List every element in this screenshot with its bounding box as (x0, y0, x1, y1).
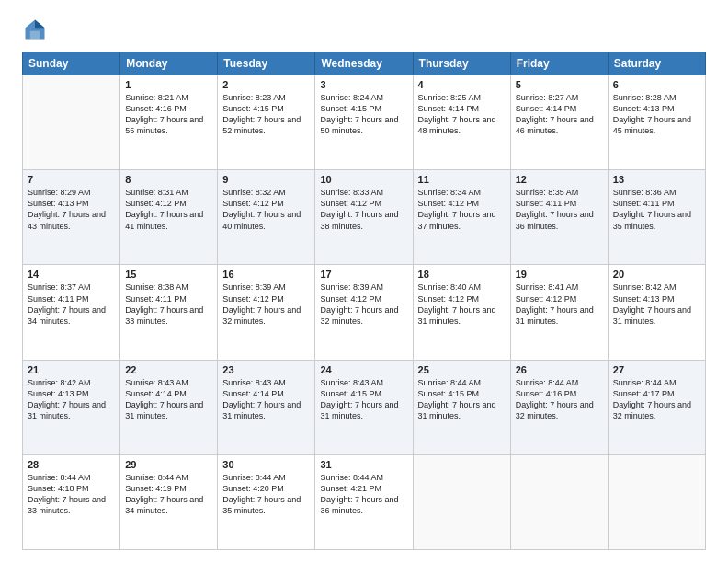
day-number: 14 (28, 269, 115, 280)
sunrise-time: Sunrise: 8:40 AM (418, 282, 482, 292)
daylight-hours: Daylight: 7 hours and 46 minutes. (516, 115, 594, 135)
cell-info: Sunrise: 8:44 AM Sunset: 4:21 PM Dayligh… (320, 472, 407, 517)
day-number: 7 (28, 174, 115, 185)
cell-info: Sunrise: 8:25 AM Sunset: 4:14 PM Dayligh… (418, 92, 506, 137)
cell-info: Sunrise: 8:44 AM Sunset: 4:15 PM Dayligh… (418, 377, 506, 422)
sunset-time: Sunset: 4:11 PM (125, 294, 187, 304)
weekday-header-wednesday: Wednesday (315, 52, 413, 75)
day-number: 31 (320, 459, 407, 470)
week-row-0: 1 Sunrise: 8:21 AM Sunset: 4:16 PM Dayli… (23, 75, 706, 170)
calendar-cell: 25 Sunrise: 8:44 AM Sunset: 4:15 PM Dayl… (413, 360, 510, 454)
weekday-header-row: SundayMondayTuesdayWednesdayThursdayFrid… (23, 52, 706, 75)
day-number: 19 (516, 269, 603, 280)
sunrise-time: Sunrise: 8:27 AM (516, 93, 579, 102)
sunrise-time: Sunrise: 8:44 AM (613, 378, 677, 387)
svg-rect-2 (30, 31, 40, 40)
daylight-hours: Daylight: 7 hours and 31 minutes. (125, 400, 203, 420)
cell-info: Sunrise: 8:32 AM Sunset: 4:12 PM Dayligh… (222, 187, 310, 232)
day-number: 5 (516, 79, 603, 90)
sunrise-time: Sunrise: 8:34 AM (418, 188, 482, 197)
cell-info: Sunrise: 8:44 AM Sunset: 4:18 PM Dayligh… (28, 472, 115, 517)
calendar-cell: 18 Sunrise: 8:40 AM Sunset: 4:12 PM Dayl… (413, 265, 510, 360)
sunrise-time: Sunrise: 8:42 AM (613, 282, 677, 292)
day-number: 23 (222, 364, 310, 375)
daylight-hours: Daylight: 7 hours and 31 minutes. (516, 305, 594, 326)
day-number: 17 (320, 269, 407, 280)
cell-info: Sunrise: 8:39 AM Sunset: 4:12 PM Dayligh… (222, 282, 310, 327)
sunrise-time: Sunrise: 8:29 AM (28, 188, 91, 197)
calendar-cell: 1 Sunrise: 8:21 AM Sunset: 4:16 PM Dayli… (120, 75, 218, 170)
day-number: 16 (222, 269, 310, 280)
sunset-time: Sunset: 4:14 PM (516, 104, 577, 113)
calendar-cell: 12 Sunrise: 8:35 AM Sunset: 4:11 PM Dayl… (510, 170, 608, 265)
daylight-hours: Daylight: 7 hours and 40 minutes. (222, 210, 301, 230)
sunrise-time: Sunrise: 8:44 AM (418, 378, 482, 387)
daylight-hours: Daylight: 7 hours and 31 minutes. (28, 400, 106, 420)
cell-info: Sunrise: 8:43 AM Sunset: 4:14 PM Dayligh… (125, 377, 212, 422)
sunset-time: Sunset: 4:14 PM (418, 104, 480, 113)
daylight-hours: Daylight: 7 hours and 32 minutes. (222, 305, 301, 326)
cell-info: Sunrise: 8:33 AM Sunset: 4:12 PM Dayligh… (320, 187, 407, 232)
sunrise-time: Sunrise: 8:33 AM (320, 188, 383, 197)
calendar-cell: 7 Sunrise: 8:29 AM Sunset: 4:13 PM Dayli… (23, 170, 120, 265)
cell-info: Sunrise: 8:43 AM Sunset: 4:15 PM Dayligh… (320, 377, 407, 422)
calendar-cell: 9 Sunrise: 8:32 AM Sunset: 4:12 PM Dayli… (218, 170, 315, 265)
svg-marker-1 (35, 20, 45, 29)
daylight-hours: Daylight: 7 hours and 48 minutes. (418, 115, 496, 135)
daylight-hours: Daylight: 7 hours and 55 minutes. (125, 115, 203, 135)
day-number: 4 (418, 79, 506, 90)
weekday-header-sunday: Sunday (23, 52, 120, 75)
cell-info: Sunrise: 8:35 AM Sunset: 4:11 PM Dayligh… (516, 187, 603, 232)
calendar-cell: 17 Sunrise: 8:39 AM Sunset: 4:12 PM Dayl… (315, 265, 413, 360)
daylight-hours: Daylight: 7 hours and 31 minutes. (222, 400, 301, 420)
sunset-time: Sunset: 4:16 PM (516, 389, 577, 398)
daylight-hours: Daylight: 7 hours and 32 minutes. (516, 400, 594, 420)
daylight-hours: Daylight: 7 hours and 31 minutes. (320, 400, 398, 420)
daylight-hours: Daylight: 7 hours and 52 minutes. (222, 115, 301, 135)
day-number: 26 (516, 364, 603, 375)
calendar-cell: 11 Sunrise: 8:34 AM Sunset: 4:12 PM Dayl… (413, 170, 510, 265)
sunset-time: Sunset: 4:16 PM (125, 104, 187, 113)
sunset-time: Sunset: 4:21 PM (320, 484, 381, 493)
logo (22, 17, 50, 42)
cell-info: Sunrise: 8:44 AM Sunset: 4:17 PM Dayligh… (613, 377, 700, 422)
day-number: 27 (613, 364, 700, 375)
calendar-cell: 15 Sunrise: 8:38 AM Sunset: 4:11 PM Dayl… (120, 265, 218, 360)
page: SundayMondayTuesdayWednesdayThursdayFrid… (0, 0, 728, 563)
cell-info: Sunrise: 8:24 AM Sunset: 4:15 PM Dayligh… (320, 92, 407, 137)
day-number: 15 (125, 269, 212, 280)
sunrise-time: Sunrise: 8:44 AM (222, 473, 286, 482)
sunset-time: Sunset: 4:12 PM (516, 294, 577, 304)
weekday-header-tuesday: Tuesday (218, 52, 315, 75)
calendar-cell: 27 Sunrise: 8:44 AM Sunset: 4:17 PM Dayl… (608, 360, 705, 454)
calendar-cell: 16 Sunrise: 8:39 AM Sunset: 4:12 PM Dayl… (218, 265, 315, 360)
day-number: 3 (320, 79, 407, 90)
sunset-time: Sunset: 4:15 PM (320, 104, 381, 113)
day-number: 10 (320, 174, 407, 185)
cell-info: Sunrise: 8:28 AM Sunset: 4:13 PM Dayligh… (613, 92, 700, 137)
sunrise-time: Sunrise: 8:44 AM (125, 473, 188, 482)
calendar-cell: 31 Sunrise: 8:44 AM Sunset: 4:21 PM Dayl… (315, 454, 413, 549)
sunrise-time: Sunrise: 8:42 AM (28, 378, 91, 387)
daylight-hours: Daylight: 7 hours and 36 minutes. (320, 495, 398, 515)
calendar-table: SundayMondayTuesdayWednesdayThursdayFrid… (22, 52, 706, 550)
calendar-cell: 19 Sunrise: 8:41 AM Sunset: 4:12 PM Dayl… (510, 265, 608, 360)
sunset-time: Sunset: 4:13 PM (28, 389, 89, 398)
cell-info: Sunrise: 8:40 AM Sunset: 4:12 PM Dayligh… (418, 282, 506, 327)
sunset-time: Sunset: 4:14 PM (222, 389, 284, 398)
daylight-hours: Daylight: 7 hours and 43 minutes. (28, 210, 106, 230)
cell-info: Sunrise: 8:39 AM Sunset: 4:12 PM Dayligh… (320, 282, 407, 327)
daylight-hours: Daylight: 7 hours and 36 minutes. (516, 210, 594, 230)
sunset-time: Sunset: 4:12 PM (418, 199, 480, 208)
cell-info: Sunrise: 8:44 AM Sunset: 4:16 PM Dayligh… (516, 377, 603, 422)
day-number: 25 (418, 364, 506, 375)
cell-info: Sunrise: 8:37 AM Sunset: 4:11 PM Dayligh… (28, 282, 115, 327)
daylight-hours: Daylight: 7 hours and 50 minutes. (320, 115, 398, 135)
logo-icon (22, 17, 48, 42)
daylight-hours: Daylight: 7 hours and 31 minutes. (613, 305, 691, 326)
calendar-cell: 10 Sunrise: 8:33 AM Sunset: 4:12 PM Dayl… (315, 170, 413, 265)
calendar-cell: 4 Sunrise: 8:25 AM Sunset: 4:14 PM Dayli… (413, 75, 510, 170)
sunrise-time: Sunrise: 8:35 AM (516, 188, 579, 197)
cell-info: Sunrise: 8:43 AM Sunset: 4:14 PM Dayligh… (222, 377, 310, 422)
cell-info: Sunrise: 8:42 AM Sunset: 4:13 PM Dayligh… (613, 282, 700, 327)
